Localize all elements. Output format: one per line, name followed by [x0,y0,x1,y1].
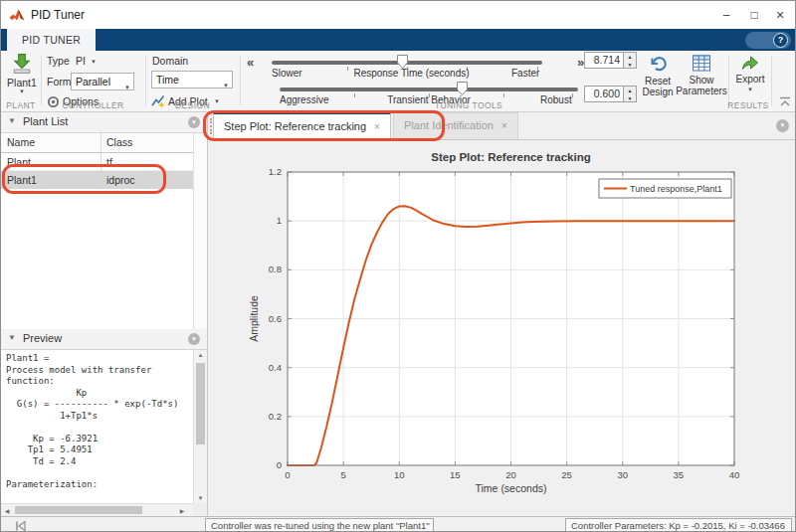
status-bar: Controller was re-tuned using the new pl… [1,516,795,532]
plant-class-cell: idproc [106,174,135,186]
scrollbar-corner [193,503,207,516]
domain-chevron-down-icon: ▼ [223,78,229,93]
close-button[interactable]: × [769,7,791,23]
svg-text:1: 1 [277,215,282,226]
pid-tuner-window: PID Tuner – □ × PID TUNER ? Plant1 ▼ PLA… [0,0,796,532]
step-plot-chart[interactable]: 051015202530354000.20.40.60.811.2Step Pl… [208,140,796,516]
transient-behavior-slider[interactable] [280,88,578,91]
domain-combobox[interactable]: Time ▼ [151,71,233,89]
slider1-right-label: Faster [511,68,539,79]
column-name[interactable]: Name [7,136,35,148]
transient-behavior-value-field[interactable]: 0.600 [584,86,624,102]
svg-text:0: 0 [285,469,290,480]
column-divider [100,133,101,189]
tab-label: Step Plot: Reference tracking [224,120,366,132]
plant-list-panel-header[interactable]: ▼ Plant List ▼ [1,112,207,133]
horizontal-scroll-thumb[interactable] [15,506,142,514]
preview-horizontal-scrollbar[interactable]: ◀ ▶ [1,503,193,516]
scroll-right-icon[interactable]: ▶ [178,507,186,514]
import-plant-icon [11,53,33,75]
scroll-left-icon[interactable]: ◀ [3,507,11,514]
export-button[interactable]: Export ▼ [733,54,767,95]
preview-text-area[interactable]: Plant1 = Process model with transfer fun… [1,350,193,503]
table-icon [692,54,711,73]
svg-text:5: 5 [340,469,345,480]
vertical-scroll-thumb[interactable] [196,363,205,444]
type-chevron-down-icon[interactable]: ▼ [91,59,97,65]
show-parameters-label: Show Parameters [676,75,727,96]
preview-title: Preview [23,332,62,344]
svg-text:0.4: 0.4 [269,362,282,373]
ribbon-tab-strip: PID TUNER ? [1,29,795,51]
domain-value: Time [156,74,179,86]
tab-close-icon[interactable]: × [501,120,507,131]
collapse-left-panel-icon[interactable] [15,521,27,531]
form-label: Form [47,76,72,88]
svg-text:25: 25 [561,469,572,480]
preview-menu-icon[interactable]: ▼ [188,333,200,345]
help-icon: ? [773,33,788,48]
export-label: Export [733,74,767,85]
type-value[interactable]: PI [76,55,86,67]
section-label-controller: CONTROLLER [41,100,145,110]
scroll-down-icon[interactable]: ▼ [194,495,207,501]
help-button[interactable]: ? [745,32,791,49]
plant-dropdown-button[interactable]: Plant1 ▼ [4,53,40,94]
legend-entry: Tuned response,Plant1 [630,184,722,194]
svg-text:0.8: 0.8 [269,264,282,274]
plant-list-empty-area [1,189,193,329]
chart-title: Step Plot: Reference tracking [431,151,590,163]
title-bar: PID Tuner – □ × [1,1,795,29]
type-label: Type [47,55,70,67]
window-title: PID Tuner [31,8,85,22]
document-tab[interactable]: Step Plot: Reference tracking× [213,112,391,139]
collapse-triangle-icon[interactable]: ▼ [8,116,16,125]
svg-text:0.2: 0.2 [269,411,282,422]
reset-design-button[interactable]: Reset Design [635,54,681,97]
form-combobox[interactable]: Parallel ▼ [71,73,134,90]
svg-text:0.6: 0.6 [269,313,282,324]
show-parameters-button[interactable]: Show Parameters [676,54,727,96]
tab-drag-handle-icon [210,118,212,134]
table-row[interactable]: Planttf [1,153,193,171]
svg-text:35: 35 [674,469,685,480]
svg-text:10: 10 [394,469,405,480]
preview-text: Plant1 = Process model with transfer fun… [1,350,193,490]
plant-class-cell: tf [106,156,112,168]
svg-text:15: 15 [450,469,461,480]
plant-button-label: Plant1 [4,77,40,89]
response-time-slider-thumb[interactable] [397,55,408,69]
preview-panel-header[interactable]: ▼ Preview ▼ [1,329,207,350]
scroll-up-icon[interactable]: ▲ [194,352,207,358]
tab-close-icon[interactable]: × [374,121,380,132]
form-chevron-down-icon: ▼ [124,80,130,95]
transient-behavior-slider-thumb[interactable] [457,82,468,95]
collapse-toolstrip-icon[interactable] [778,96,792,107]
tab-bar-menu-icon[interactable]: ▼ [776,119,789,132]
document-tab[interactable]: Plant Identification× [393,112,518,139]
slower-chevron-icon[interactable]: « [247,55,254,70]
preview-vertical-scrollbar[interactable]: ▲ ▼ [193,350,207,503]
response-time-value-field[interactable]: 8.714 [584,52,624,69]
section-label-results: RESULTS [724,100,772,110]
response-time-slider[interactable] [272,61,542,65]
column-class[interactable]: Class [106,136,132,148]
slider1-center-label: Response Time (seconds) [339,68,484,79]
matlab-logo-icon [9,7,25,23]
plant-list-scrollbar[interactable] [193,133,207,329]
export-chevron-down-icon: ▼ [733,85,767,95]
plant-name-cell: Plant [7,156,31,168]
svg-text:40: 40 [729,469,740,480]
ribbon-tab-pid-tuner[interactable]: PID TUNER [7,29,96,51]
svg-text:30: 30 [617,469,628,480]
plant-list-menu-icon[interactable]: ▼ [188,116,200,128]
x-axis-label: Time (seconds) [476,482,547,494]
collapse-triangle-icon[interactable]: ▼ [8,333,16,342]
plant-list-column-header: Name Class [1,133,193,153]
toolstrip: Plant1 ▼ PLANT Type PI ▼ Form Parallel ▼… [1,51,795,112]
document-tab-bar: Step Plot: Reference tracking×Plant Iden… [208,112,796,140]
y-axis-label: Amplitude [248,295,260,342]
maximize-button[interactable]: □ [743,7,765,23]
minimize-button[interactable]: – [715,7,737,23]
table-row[interactable]: Plant1idproc [1,171,193,189]
